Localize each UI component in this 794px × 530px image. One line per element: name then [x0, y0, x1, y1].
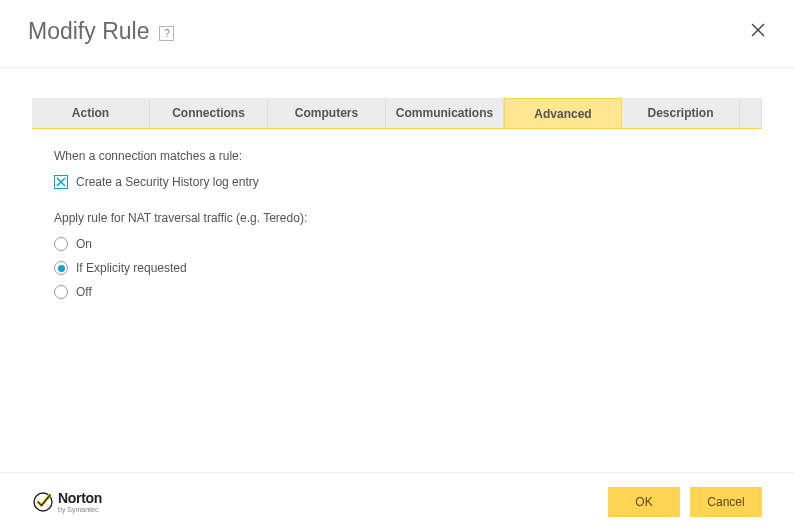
content-area: Action Connections Computers Communicati… — [0, 68, 794, 329]
radio-label-off: Off — [76, 285, 92, 299]
tab-action[interactable]: Action — [32, 98, 150, 128]
radio-row-on: On — [54, 237, 740, 251]
radio-label-explicit: If Explicity requested — [76, 261, 187, 275]
check-icon — [32, 491, 54, 513]
tab-bar: Action Connections Computers Communicati… — [32, 98, 762, 129]
logo-name: Norton — [58, 491, 102, 505]
radio-group-nat: On If Explicity requested Off — [54, 237, 740, 299]
radio-row-off: Off — [54, 285, 740, 299]
tab-description[interactable]: Description — [622, 98, 740, 128]
tab-connections[interactable]: Connections — [150, 98, 268, 128]
dialog-header: Modify Rule ? — [0, 0, 794, 67]
radio-explicit[interactable] — [54, 261, 68, 275]
dialog-title: Modify Rule — [28, 18, 149, 45]
tab-communications[interactable]: Communications — [386, 98, 504, 128]
cancel-button[interactable]: Cancel — [690, 487, 762, 517]
tab-computers[interactable]: Computers — [268, 98, 386, 128]
norton-logo: Norton by Symantec — [32, 491, 102, 513]
logo-text-block: Norton by Symantec — [58, 491, 102, 513]
tab-advanced[interactable]: Advanced — [504, 98, 622, 128]
advanced-panel: When a connection matches a rule: Create… — [32, 129, 762, 329]
logo-sub: by Symantec — [58, 506, 102, 513]
radio-on[interactable] — [54, 237, 68, 251]
radio-off[interactable] — [54, 285, 68, 299]
radio-row-explicit: If Explicity requested — [54, 261, 740, 275]
section-nat-label: Apply rule for NAT traversal traffic (e.… — [54, 211, 740, 225]
section-connection-match-label: When a connection matches a rule: — [54, 149, 740, 163]
ok-button[interactable]: OK — [608, 487, 680, 517]
checkbox-log-entry[interactable] — [54, 175, 68, 189]
help-icon[interactable]: ? — [159, 26, 174, 41]
radio-label-on: On — [76, 237, 92, 251]
footer-buttons: OK Cancel — [608, 487, 762, 517]
checkbox-row-log-entry: Create a Security History log entry — [54, 175, 740, 189]
tab-spacer — [740, 98, 762, 128]
close-icon[interactable] — [746, 18, 770, 42]
checkbox-label-log-entry: Create a Security History log entry — [76, 175, 259, 189]
dialog-footer: Norton by Symantec OK Cancel — [0, 472, 794, 530]
